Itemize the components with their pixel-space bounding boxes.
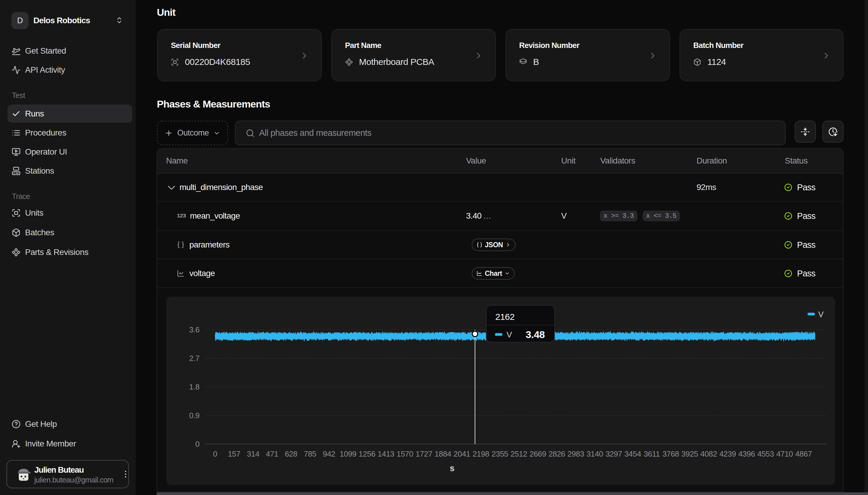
svg-text:3140: 3140: [587, 449, 603, 458]
svg-text:785: 785: [304, 449, 316, 458]
svg-text:1099: 1099: [340, 449, 356, 458]
svg-text:0.9: 0.9: [189, 411, 199, 420]
svg-text:0: 0: [195, 440, 199, 448]
svg-text:628: 628: [285, 449, 297, 458]
svg-text:3768: 3768: [662, 449, 679, 458]
svg-text:4710: 4710: [776, 449, 793, 458]
svg-text:4239: 4239: [719, 449, 736, 458]
svg-text:1413: 1413: [377, 449, 394, 458]
svg-text:0: 0: [213, 449, 217, 458]
svg-text:314: 314: [247, 449, 259, 458]
svg-text:942: 942: [323, 449, 335, 458]
svg-text:2355: 2355: [491, 449, 508, 458]
svg-text:3611: 3611: [644, 449, 660, 458]
svg-text:3.6: 3.6: [189, 325, 199, 334]
svg-text:s: s: [450, 463, 455, 473]
svg-text:157: 157: [228, 449, 240, 458]
svg-text:4396: 4396: [738, 449, 755, 458]
svg-text:1727: 1727: [416, 449, 432, 458]
svg-text:2669: 2669: [529, 449, 546, 458]
svg-text:3925: 3925: [681, 449, 698, 458]
svg-text:2162: 2162: [495, 312, 515, 322]
svg-text:2041: 2041: [454, 449, 470, 458]
svg-text:V: V: [507, 330, 512, 339]
svg-text:2512: 2512: [510, 449, 527, 458]
svg-text:4553: 4553: [757, 449, 774, 458]
svg-text:1256: 1256: [359, 449, 375, 458]
svg-text:1570: 1570: [397, 449, 413, 458]
svg-text:1884: 1884: [435, 449, 451, 458]
svg-text:2.7: 2.7: [189, 354, 199, 363]
svg-text:3297: 3297: [605, 449, 622, 458]
svg-text:V: V: [818, 310, 823, 319]
svg-text:4082: 4082: [701, 449, 717, 458]
svg-text:2198: 2198: [473, 449, 489, 458]
svg-text:3.48: 3.48: [526, 329, 545, 340]
svg-text:4867: 4867: [795, 449, 812, 458]
svg-text:2826: 2826: [548, 449, 565, 458]
svg-text:1.8: 1.8: [189, 382, 199, 391]
svg-text:2983: 2983: [568, 449, 584, 458]
svg-text:3454: 3454: [624, 449, 641, 458]
svg-text:471: 471: [266, 449, 278, 458]
